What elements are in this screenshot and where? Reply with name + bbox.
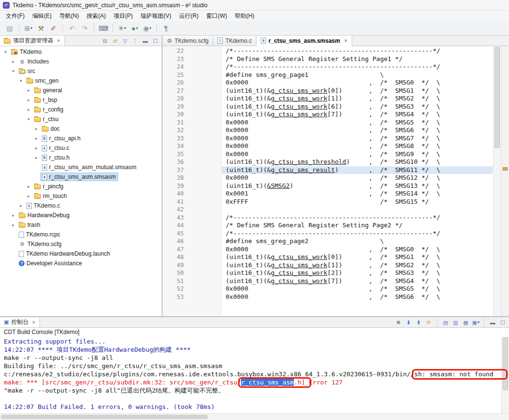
code-line-47[interactable]: 0x0000 , /* SMSG0 */ \	[226, 246, 493, 254]
code-line-36[interactable]: (uint16_t)(&g_ctsu_sms_threshold) , /* S…	[226, 158, 493, 166]
code-line-28[interactable]: (uint16_t)(&g_ctsu_sms_work[1]) , /* SMS…	[226, 95, 493, 103]
editor-vertical-scrollbar[interactable]	[493, 46, 501, 316]
prev-annotation-icon[interactable]: ⬆	[414, 318, 423, 327]
overview-ruler[interactable]	[501, 46, 509, 316]
collapse-all-icon[interactable]: ⊟	[101, 37, 109, 45]
expand-arrow-icon[interactable]: ▸	[34, 155, 39, 160]
expand-arrow-icon[interactable]: ▸	[11, 213, 16, 218]
tree-item-includes[interactable]: ▸≣Includes	[0, 57, 162, 66]
code-line-46[interactable]: #define sms_greg_page2 \	[226, 237, 493, 246]
tree-item-trash[interactable]: ▸trash	[0, 220, 162, 230]
line-number[interactable]: 49	[163, 261, 185, 270]
code-line-33[interactable]: 0x0000 , /* SMSG7 */ \	[226, 135, 493, 143]
tab-console[interactable]: ▣ 控制台 ✕	[0, 317, 40, 327]
line-number[interactable]: 23	[163, 55, 185, 63]
tree-item-src[interactable]: ▾src	[0, 66, 162, 76]
line-number[interactable]: 26	[163, 79, 185, 87]
menu-project[interactable]: 项目(P)	[110, 11, 137, 21]
tree-item-general[interactable]: ▸general	[0, 86, 162, 95]
console-scrollbar-thumb[interactable]	[503, 337, 508, 390]
code-line-41[interactable]: 0xFFFF /* SMSG15 */	[226, 198, 493, 206]
tree-item-tkdemo-rcpc[interactable]: TKdemo.rcpc	[0, 230, 162, 239]
line-number[interactable]: 44	[163, 222, 185, 230]
line-number[interactable]: 39	[163, 182, 185, 190]
line-number[interactable]: 48	[163, 253, 185, 261]
menu-file[interactable]: 文件(F)	[2, 11, 28, 21]
code-line-35[interactable]: 0x0000 , /* SMSG9 */ \	[226, 150, 493, 159]
run-dropdown-icon[interactable]: ●▾	[129, 23, 140, 34]
code-line-24[interactable]: /*--------------------------------------…	[226, 63, 493, 71]
line-number[interactable]: 35	[163, 150, 185, 159]
line-number[interactable]: 42	[163, 206, 185, 214]
console-error-link[interactable]: make: *** [src/smc_gen/r_ctsu/subdir.mk:…	[4, 379, 241, 386]
code-line-37[interactable]: (uint16_t)(&g_ctsu_sms_result) , /* SMSG…	[222, 166, 493, 174]
next-annotation-icon[interactable]: ⬇	[404, 318, 413, 327]
expand-arrow-icon[interactable]: ▸	[34, 146, 39, 150]
display-selected-console-icon[interactable]: ▦	[461, 318, 470, 327]
code-line-22[interactable]: /*--------------------------------------…	[226, 47, 493, 55]
tree-item-tkdemo[interactable]: ▾TKdemo	[0, 47, 162, 57]
code-line-38[interactable]: 0x0000 , /* SMSG12 */ \	[226, 174, 493, 182]
line-number[interactable]: 30	[163, 111, 185, 119]
close-explorer-icon[interactable]: ✕	[57, 38, 61, 43]
build-icon[interactable]: ⚒	[35, 23, 47, 34]
expand-arrow-icon[interactable]: ▸	[18, 203, 24, 208]
line-number[interactable]: 28	[163, 95, 185, 103]
tab-project-explorer[interactable]: 项目资源管理器 ✕	[0, 36, 65, 46]
code-line-31[interactable]: 0x0000 , /* SMSG5 */ \	[226, 119, 493, 127]
tree-item-r-ctsu-h[interactable]: ▸hr_ctsu.h	[0, 153, 162, 162]
undo-icon[interactable]: ↶	[66, 23, 78, 34]
export-build-log-icon[interactable]: ⟳	[424, 318, 433, 327]
tree-item-r-ctsu-sms-asm-smsasm[interactable]: sr_ctsu_sms_asm.smsasm	[0, 172, 162, 182]
line-number[interactable]: 46	[163, 237, 185, 246]
code-line-39[interactable]: (uint16_t)(&SMSG2) , /* SMSG13 */ \	[226, 182, 493, 190]
tree-item-r-ctsu-sms-asm-mutual-smsasm[interactable]: sr_ctsu_sms_asm_mutual.smsasm	[0, 162, 162, 172]
code-line-25[interactable]: #define sms_greg_page1 \	[226, 71, 493, 79]
clear-console-icon[interactable]: ▤	[441, 318, 450, 327]
code-area[interactable]: /*--------------------------------------…	[222, 46, 493, 316]
menu-window[interactable]: 窗口(W)	[203, 11, 231, 21]
console-horizontal-scrollbar[interactable]	[0, 413, 509, 420]
line-number[interactable]: 40	[163, 190, 185, 198]
expand-arrow-icon[interactable]: ▸	[26, 88, 31, 93]
tree-item-r-ctsu-c[interactable]: ▸cr_ctsu.c	[0, 143, 162, 153]
line-number[interactable]: 51	[163, 277, 185, 285]
tree-item-r-config[interactable]: ▸r_config	[0, 105, 162, 114]
line-number[interactable]: 24	[163, 63, 185, 71]
code-line-53[interactable]: 0x0000 , /* SMSG6 */ \	[226, 293, 493, 301]
tab-tkdemo-scfg[interactable]: ⚙TKdemo.scfg	[163, 36, 213, 46]
tree-item-smc-gen[interactable]: ▾smc_gen	[0, 76, 162, 86]
editor-scrollbar-thumb[interactable]	[495, 47, 500, 148]
menu-navigate[interactable]: 导航(N)	[55, 11, 83, 21]
expand-arrow-icon[interactable]: ▸	[26, 184, 31, 189]
filter-icon[interactable]: ▽	[121, 37, 129, 45]
menu-edit[interactable]: 编辑(E)	[28, 11, 55, 21]
line-number[interactable]: 43	[163, 214, 185, 222]
code-line-23[interactable]: /* Define SMS General Register Setting P…	[226, 55, 493, 63]
tree-item-tkdemo-scfg[interactable]: ⚙TKdemo.scfg	[0, 239, 162, 249]
maximize-panel-icon[interactable]: ☐	[151, 37, 160, 45]
code-line-40[interactable]: 0x0001 , /* SMSG14 */ \	[226, 190, 493, 198]
code-line-26[interactable]: 0x0000 , /* SMSG0 */ \	[226, 79, 493, 87]
code-line-51[interactable]: (uint16_t)(&g_ctsu_sms_work[7]) , /* SMS…	[226, 277, 493, 285]
code-line-27[interactable]: (uint16_t)(&g_ctsu_sms_work[0]) , /* SMS…	[226, 87, 493, 95]
menu-renesas-views[interactable]: 瑞萨视图(V)	[137, 11, 175, 21]
console-error-link[interactable]: .h] Error 127	[294, 379, 343, 386]
line-number[interactable]: 34	[163, 142, 185, 150]
code-line-29[interactable]: (uint16_t)(&g_ctsu_sms_work[6]) , /* SMS…	[226, 103, 493, 111]
scroll-lock-icon[interactable]: ▥	[451, 318, 460, 327]
collapse-arrow-icon[interactable]: ▾	[11, 69, 16, 74]
code-line-34[interactable]: 0x0000 , /* SMSG8 */ \	[226, 142, 493, 150]
editor-body[interactable]: 2223242526272829303132333435363738394041…	[163, 46, 509, 316]
minimize-panel-icon[interactable]: ▬	[488, 318, 497, 327]
tree-item-r-ctsu-api-h[interactable]: ▸hr_ctsu_api.h	[0, 134, 162, 143]
line-number[interactable]: 53	[163, 293, 185, 301]
debug-dropdown-icon[interactable]: ✳▾	[116, 23, 128, 34]
code-line-45[interactable]: /*--------------------------------------…	[226, 230, 493, 238]
code-line-42[interactable]	[226, 206, 493, 214]
minimize-panel-icon[interactable]: ▬	[141, 37, 150, 45]
line-number[interactable]: 50	[163, 269, 185, 277]
link-with-editor-icon[interactable]: ⇄	[111, 37, 119, 45]
console-vertical-scrollbar[interactable]	[501, 336, 509, 413]
tree-item-tkdemo-c[interactable]: ▸cTKdemo.c	[0, 201, 162, 210]
